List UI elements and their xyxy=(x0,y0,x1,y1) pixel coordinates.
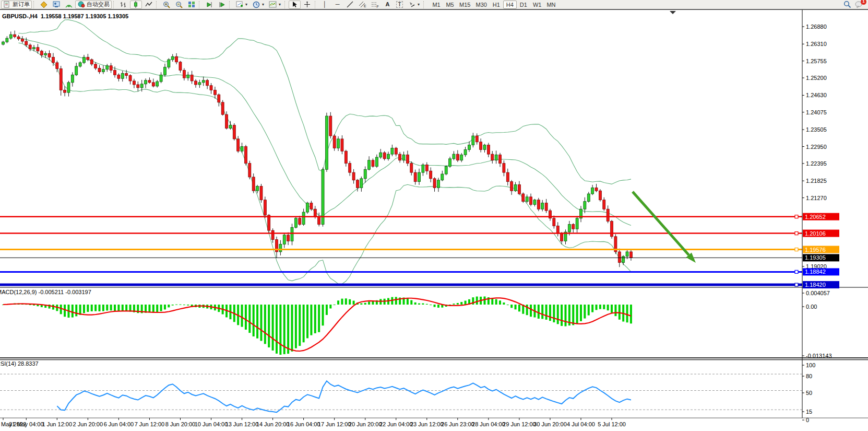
cursor-arrow-icon xyxy=(291,1,299,8)
svg-text:1.20106: 1.20106 xyxy=(805,230,826,237)
ohlc-bars-icon xyxy=(120,1,127,8)
svg-text:1.23505: 1.23505 xyxy=(806,126,827,133)
timeframe-button-h4[interactable]: H4 xyxy=(503,1,517,9)
timeframe-button-m30[interactable]: M30 xyxy=(473,1,489,9)
new-order-button[interactable]: 新订单 xyxy=(1,1,32,9)
template-icon xyxy=(269,1,277,8)
candlestick-mode-button[interactable] xyxy=(130,1,142,9)
svg-text:1.26880: 1.26880 xyxy=(806,24,827,30)
svg-text:26 Jun 23:00: 26 Jun 23:00 xyxy=(441,421,474,427)
separator xyxy=(423,1,426,8)
separator xyxy=(229,1,232,8)
svg-text:1.19576: 1.19576 xyxy=(805,247,826,253)
svg-text:30 Jun 20:00: 30 Jun 20:00 xyxy=(533,421,567,427)
text-label-tool-button[interactable]: T xyxy=(394,1,405,9)
search-icon[interactable] xyxy=(843,1,851,8)
crosshair-icon xyxy=(303,1,311,8)
timeframe-button-h1[interactable]: H1 xyxy=(490,1,503,9)
svg-text:22 Jun 04:00: 22 Jun 04:00 xyxy=(379,421,413,427)
svg-text:14 Jun 20:00: 14 Jun 20:00 xyxy=(256,421,290,427)
zoom-in-button[interactable] xyxy=(160,1,172,9)
svg-text:1.19305: 1.19305 xyxy=(805,254,826,261)
chart-shift-icon xyxy=(218,1,225,8)
svg-text:28 Jun 04:00: 28 Jun 04:00 xyxy=(472,421,505,427)
trendline-tool-button[interactable] xyxy=(344,1,356,9)
monitor-person-icon xyxy=(52,1,60,8)
separator xyxy=(33,1,36,8)
chart-shift-button[interactable] xyxy=(216,1,228,9)
timeframe-button-m5[interactable]: M5 xyxy=(443,1,457,9)
timeframe-button-m15[interactable]: M15 xyxy=(457,1,473,9)
channel-tool-button[interactable]: E xyxy=(356,1,368,9)
tile-windows-button[interactable] xyxy=(185,1,197,9)
svg-text:50: 50 xyxy=(806,390,812,396)
add-indicator-button[interactable]: ▾ xyxy=(233,1,249,9)
text-tool-button[interactable]: A xyxy=(382,1,394,9)
periods-button[interactable]: ▾ xyxy=(250,1,266,9)
svg-text:F: F xyxy=(377,5,379,8)
zoom-out-button[interactable] xyxy=(173,1,185,9)
price-axis: 1.268801.263101.257551.252001.246301.240… xyxy=(802,10,839,423)
horizontal-line-tool-button[interactable]: ─ xyxy=(331,1,343,9)
svg-text:4 Jul 04:00: 4 Jul 04:00 xyxy=(567,421,595,427)
svg-text:1.18842: 1.18842 xyxy=(805,269,826,275)
svg-text:0.00: 0.00 xyxy=(806,304,817,310)
zoom-out-icon xyxy=(175,1,183,8)
gold-diamond-icon xyxy=(40,1,47,8)
new-order-label: 新订单 xyxy=(13,1,30,8)
trendline-icon xyxy=(346,1,354,8)
macd-signal-line xyxy=(3,298,631,351)
equidistant-channel-icon: E xyxy=(359,1,366,8)
crosshair-tool-button[interactable] xyxy=(301,1,313,9)
svg-text:17 Jun 12:00: 17 Jun 12:00 xyxy=(318,421,351,427)
cursor-tool-button[interactable] xyxy=(289,1,301,9)
candles xyxy=(2,11,676,267)
chat-notification-icon[interactable]: 1 xyxy=(854,1,864,8)
chart-area: 1.268801.263101.257551.252001.246301.240… xyxy=(0,10,868,431)
notification-badge: 1 xyxy=(861,0,866,5)
chart-shift-marker xyxy=(670,11,676,14)
auto-scroll-button[interactable] xyxy=(203,1,215,9)
chevron-down-icon: ▾ xyxy=(418,2,420,7)
signal-icon xyxy=(65,1,73,8)
auto-trading-button[interactable]: 自动交易 xyxy=(75,1,112,9)
line-chart-icon xyxy=(145,1,152,8)
svg-text:1.25755: 1.25755 xyxy=(806,58,827,64)
horizontal-line-icon: ─ xyxy=(334,1,341,8)
timeframe-button-mn[interactable]: MN xyxy=(544,1,558,9)
vertical-line-tool-button[interactable]: │ xyxy=(319,1,331,9)
svg-text:-0.013143: -0.013143 xyxy=(806,353,832,359)
chevron-down-icon: ▾ xyxy=(245,2,247,7)
svg-text:15: 15 xyxy=(806,409,812,415)
timeframe-button-d1[interactable]: D1 xyxy=(517,1,530,9)
svg-text:1.24630: 1.24630 xyxy=(806,92,827,98)
signals-button[interactable] xyxy=(63,1,75,9)
timeframe-button-m1[interactable]: M1 xyxy=(430,1,443,9)
svg-text:80: 80 xyxy=(806,373,812,379)
svg-text:23 Jun 12:00: 23 Jun 12:00 xyxy=(410,421,444,427)
svg-text:31 May 04:00: 31 May 04:00 xyxy=(9,421,44,427)
timeframe-button-w1[interactable]: W1 xyxy=(530,1,544,9)
horizontal-lines[interactable] xyxy=(0,192,802,286)
svg-text:1.26310: 1.26310 xyxy=(806,41,827,47)
line-chart-mode-button[interactable] xyxy=(142,1,154,9)
chart-canvas[interactable]: 1.268801.263101.257551.252001.246301.240… xyxy=(0,10,868,431)
terminal-button[interactable] xyxy=(50,1,62,9)
svg-text:1.18420: 1.18420 xyxy=(805,282,826,288)
symbol-ohlc-label: GBPUSD-,H4 1.19558 1.19587 1.19305 1.193… xyxy=(2,13,128,19)
market-watch-button[interactable] xyxy=(38,1,50,9)
arrows-tool-button[interactable]: ▾ xyxy=(406,1,422,9)
trend-arrow[interactable] xyxy=(633,192,689,255)
auto-trading-icon xyxy=(77,1,85,8)
clock-icon xyxy=(252,1,260,8)
separator xyxy=(284,1,287,8)
add-indicator-icon xyxy=(235,1,243,8)
svg-text:10 Jun 04:00: 10 Jun 04:00 xyxy=(195,421,228,427)
bar-chart-mode-button[interactable] xyxy=(117,1,129,9)
fibonacci-icon: F xyxy=(371,1,379,8)
separator xyxy=(199,1,201,8)
bollinger-bands xyxy=(19,20,631,284)
fibonacci-tool-button[interactable]: F xyxy=(369,1,381,9)
auto-trading-label: 自动交易 xyxy=(87,1,110,8)
templates-button[interactable]: ▾ xyxy=(267,1,283,9)
